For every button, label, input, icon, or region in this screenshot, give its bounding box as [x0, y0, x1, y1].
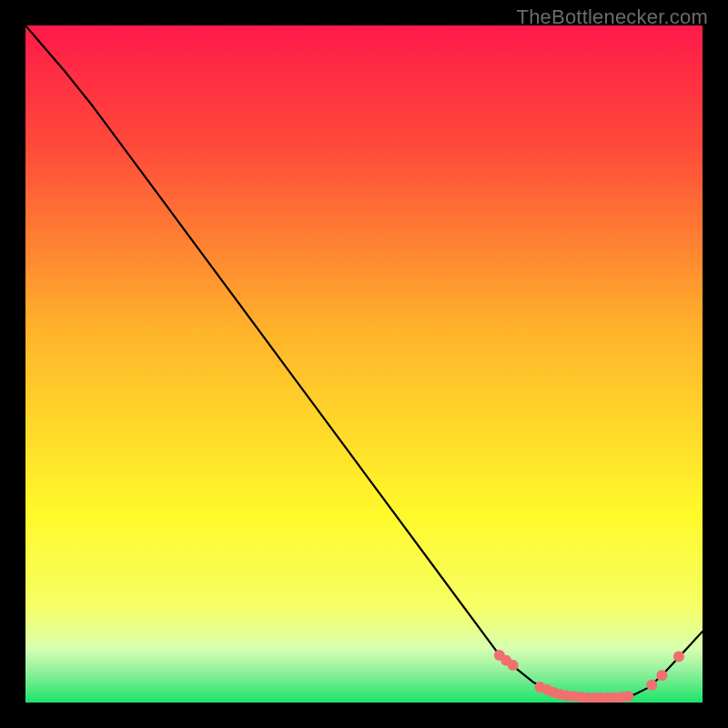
chart-frame: TheBottlenecker.com: [0, 0, 728, 728]
marker-point: [673, 651, 684, 662]
watermark-text: TheBottlenecker.com: [517, 5, 708, 29]
marker-point: [656, 670, 667, 681]
marker-point: [622, 691, 633, 702]
chart-plot: [25, 25, 703, 703]
marker-point: [646, 680, 657, 691]
gradient-background: [25, 25, 703, 703]
marker-point: [508, 660, 519, 671]
